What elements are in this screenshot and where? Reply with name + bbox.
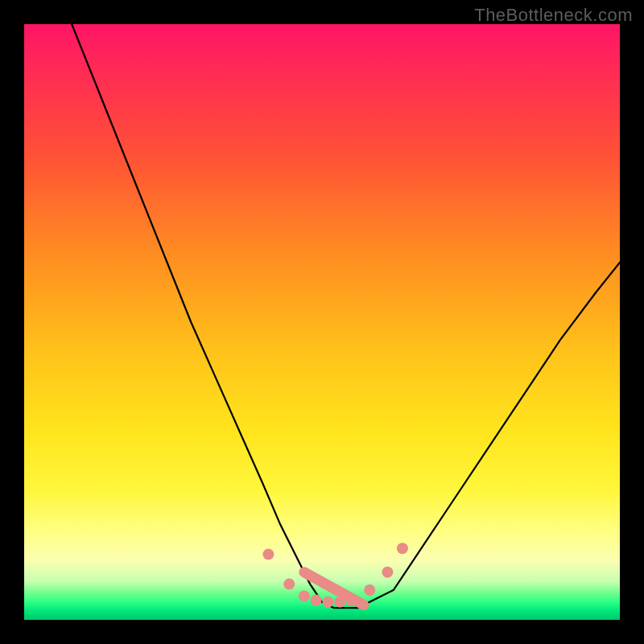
marker-dot — [283, 579, 295, 590]
markers-group — [262, 543, 408, 608]
marker-dot — [334, 597, 345, 608]
chart-svg — [24, 24, 620, 620]
marker-dot — [382, 567, 393, 578]
plot-area — [24, 24, 620, 620]
marker-dot — [299, 590, 310, 601]
marker-dot — [397, 543, 408, 554]
marker-dot — [346, 595, 357, 606]
watermark-text: TheBottleneck.com — [474, 5, 633, 26]
chart-frame: TheBottleneck.com — [0, 0, 644, 644]
marker-dot — [262, 549, 274, 560]
marker-dot — [364, 584, 375, 596]
bottleneck-curve — [72, 24, 620, 608]
marker-dot — [311, 595, 322, 606]
marker-dot — [322, 597, 333, 608]
